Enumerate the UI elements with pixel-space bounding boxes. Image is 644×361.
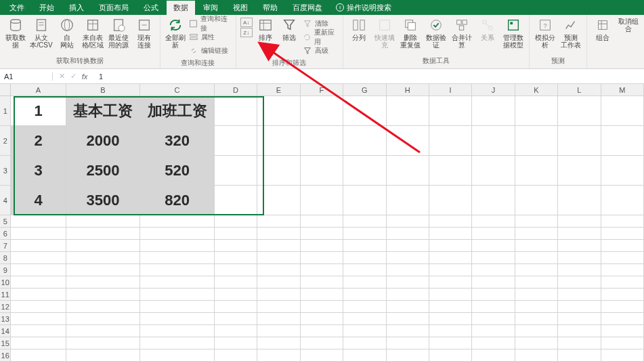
cell[interactable] [558,215,601,228]
cell[interactable] [387,126,429,156]
row-header[interactable]: 9 [0,264,11,276]
cell[interactable] [301,289,343,301]
cell[interactable] [11,325,66,337]
cell[interactable] [140,301,215,313]
cell[interactable] [601,215,644,228]
cell[interactable]: 3 [11,156,66,186]
col-header[interactable]: L [558,84,601,96]
cell[interactable] [429,349,472,361]
col-header[interactable]: D [215,84,257,96]
cell[interactable] [140,240,215,252]
cell[interactable] [215,301,257,313]
cell[interactable] [515,252,558,264]
cell[interactable]: 加班工资 [140,96,215,126]
cell[interactable] [558,240,601,252]
cell[interactable] [257,126,300,156]
tab-insert[interactable]: 插入 [62,1,91,15]
cell[interactable] [301,240,343,252]
cell[interactable] [601,156,644,186]
cell[interactable] [215,289,257,301]
cell[interactable] [140,349,215,361]
existing-conn-button[interactable]: 现有 连接 [133,18,156,49]
tab-formula[interactable]: 公式 [137,1,165,15]
cell[interactable] [215,240,257,252]
tab-layout[interactable]: 页面布局 [92,1,135,15]
row-header[interactable]: 5 [0,215,11,228]
col-header[interactable]: G [343,84,386,96]
cell[interactable] [558,349,601,361]
cell[interactable] [343,96,386,126]
cell[interactable] [66,325,141,337]
cell[interactable] [140,325,215,337]
cell[interactable] [601,325,644,337]
cell[interactable] [343,289,386,301]
cell[interactable] [601,96,644,126]
cell[interactable] [257,186,300,215]
cell[interactable] [472,313,515,325]
cell[interactable] [472,215,515,228]
cell[interactable] [257,289,300,301]
cell[interactable] [601,264,644,276]
cell[interactable] [343,276,386,289]
cell[interactable]: 520 [140,156,215,186]
cell[interactable] [140,313,215,325]
cell[interactable] [387,301,429,313]
cell[interactable] [257,349,300,361]
text-to-columns-button[interactable]: 分列 [347,18,370,41]
cell[interactable] [140,264,215,276]
cell[interactable] [140,276,215,289]
cell[interactable] [429,301,472,313]
cell[interactable] [215,126,257,156]
cell[interactable] [343,349,386,361]
cell[interactable] [66,289,141,301]
cell[interactable] [66,313,141,325]
cell[interactable] [387,337,429,349]
cell[interactable]: 2000 [66,126,141,156]
row-header[interactable]: 11 [0,289,11,301]
cell[interactable] [11,228,66,240]
cell[interactable] [515,96,558,126]
cell[interactable] [301,186,343,215]
cell[interactable] [429,289,472,301]
cell[interactable] [343,240,386,252]
tab-baidu[interactable]: 百度网盘 [286,1,329,15]
cell[interactable] [429,126,472,156]
cell[interactable] [11,289,66,301]
col-header[interactable]: C [140,84,215,96]
relationships-button[interactable]: 关系 [476,18,499,41]
cell[interactable] [601,349,644,361]
tab-view[interactable]: 视图 [226,1,255,15]
cell[interactable] [515,215,558,228]
row-header[interactable]: 16 [0,349,11,361]
from-csv-button[interactable]: 从文 本/CSV [30,18,53,49]
cell[interactable] [472,156,515,186]
cell[interactable] [429,337,472,349]
cell[interactable] [215,96,257,126]
cell[interactable] [472,289,515,301]
reapply-button[interactable]: 重新应用 [303,31,339,43]
cell[interactable] [515,228,558,240]
cell[interactable] [429,186,472,215]
cell[interactable] [472,252,515,264]
cell[interactable]: 基本工资 [66,96,141,126]
cell[interactable] [429,156,472,186]
cell[interactable] [301,96,343,126]
cell[interactable] [429,313,472,325]
cell[interactable] [515,156,558,186]
cell[interactable] [11,349,66,361]
sort-az-za[interactable]: A↓ Z↓ [240,18,253,37]
col-header[interactable]: I [429,84,472,96]
cell[interactable] [558,96,601,126]
cell[interactable] [66,337,141,349]
row-header[interactable]: 8 [0,252,11,264]
cell[interactable] [66,349,141,361]
cell[interactable] [301,215,343,228]
cell[interactable] [140,252,215,264]
cell[interactable] [257,252,300,264]
col-header[interactable]: E [257,84,300,96]
cell[interactable] [140,337,215,349]
cell[interactable] [515,313,558,325]
cell[interactable] [257,325,300,337]
ungroup-button[interactable]: 取消组合 [617,18,640,33]
cell[interactable] [472,337,515,349]
